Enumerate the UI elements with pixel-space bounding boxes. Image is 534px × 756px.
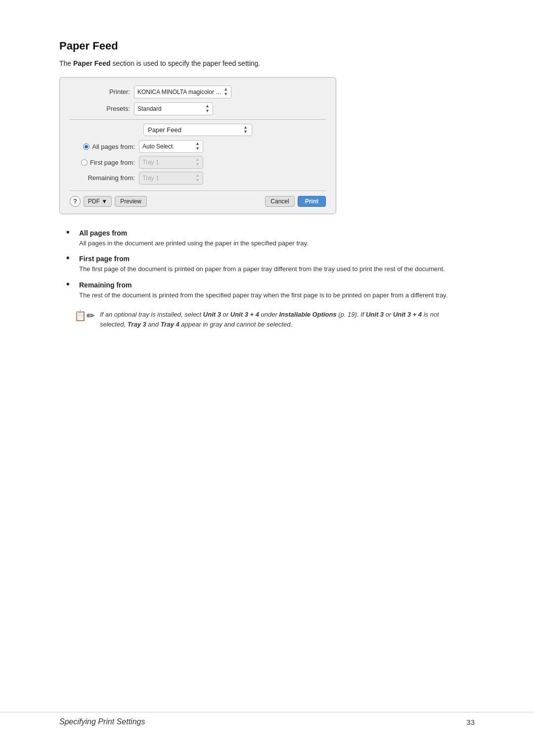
note-box: 📋✏ If an optional tray is installed, sel… [74,310,460,330]
desc-body-3: The rest of the document is printed from… [79,291,447,299]
description-list: All pages from All pages in the document… [74,229,475,300]
all-pages-stepper-icon: ▲▼ [195,142,200,151]
desc-title-3: Remaining from [79,281,475,289]
printer-row: Printer: KONICA MINOLTA magicolor … ▲▼ [70,86,326,98]
first-page-select[interactable]: Tray 1 ▲▼ [139,156,203,169]
presets-value: Standard [137,105,203,112]
first-page-label-col: First page from: [70,159,139,166]
dialog-bottom-bar: ? PDF ▼ Preview Cancel Print [70,190,326,207]
list-item: All pages from All pages in the document… [74,229,475,248]
note-icon: 📋✏ [74,311,95,321]
first-page-value: Tray 1 [142,159,193,166]
printer-label: Printer: [70,88,134,95]
printer-select[interactable]: KONICA MINOLTA magicolor … ▲▼ [134,86,231,98]
all-pages-label-col: All pages from: [70,143,139,150]
list-item: Remaining from The rest of the document … [74,281,475,300]
panel-stepper-icon: ▲▼ [243,125,248,135]
intro-paragraph: The Paper Feed section is used to specif… [59,59,475,67]
remaining-label: Remaining from: [88,174,135,182]
desc-body-1: All pages in the document are printed us… [79,239,309,247]
remaining-row: Remaining from: Tray 1 ▲▼ [70,172,326,185]
presets-label: Presets: [70,105,134,112]
cancel-button[interactable]: Cancel [265,196,294,207]
intro-rest: section is used to specify the paper fee… [112,59,260,67]
list-item: First page from The first page of the do… [74,255,475,274]
desc-title-1: All pages from [79,229,475,237]
desc-body-2: The first page of the document is printe… [79,265,445,273]
all-pages-value: Auto Select [142,143,193,150]
print-button[interactable]: Print [298,196,326,207]
presets-row: Presets: Standard ▲▼ [70,102,326,115]
separator-1 [70,119,326,120]
page-title: Paper Feed [59,40,475,52]
remaining-stepper-icon: ▲▼ [195,173,200,183]
all-pages-label: All pages from: [92,143,135,150]
footer-page: 33 [466,718,475,726]
remaining-value: Tray 1 [142,175,193,182]
printer-value: KONICA MINOLTA magicolor … [137,89,222,95]
help-button[interactable]: ? [70,196,81,207]
remaining-label-col: Remaining from: [70,174,139,182]
first-page-stepper-icon: ▲▼ [195,157,200,167]
first-page-label: First page from: [90,159,135,166]
printer-stepper-icon: ▲▼ [223,87,228,97]
note-text: If an optional tray is installed, select… [100,310,460,330]
panel-value: Paper Feed [148,126,241,134]
panel-dropdown[interactable]: Paper Feed ▲▼ [143,124,252,137]
page-footer: Specifying Print Settings 33 [0,712,534,726]
all-pages-row: All pages from: Auto Select ▲▼ [70,140,326,153]
intro-bold: Paper Feed [73,59,110,67]
footer-title: Specifying Print Settings [59,717,466,726]
presets-select[interactable]: Standard ▲▼ [134,102,213,115]
remaining-select[interactable]: Tray 1 ▲▼ [139,172,203,185]
first-page-radio[interactable] [81,159,88,166]
presets-stepper-icon: ▲▼ [205,104,210,114]
preview-button[interactable]: Preview [115,196,147,207]
first-page-row: First page from: Tray 1 ▲▼ [70,156,326,169]
all-pages-select[interactable]: Auto Select ▲▼ [139,140,203,153]
panel-selector-row: Paper Feed ▲▼ [70,124,326,137]
all-pages-radio[interactable] [83,143,89,150]
print-dialog: Printer: KONICA MINOLTA magicolor … ▲▼ P… [59,77,336,214]
pdf-button[interactable]: PDF ▼ [84,196,112,207]
desc-title-2: First page from [79,255,475,263]
